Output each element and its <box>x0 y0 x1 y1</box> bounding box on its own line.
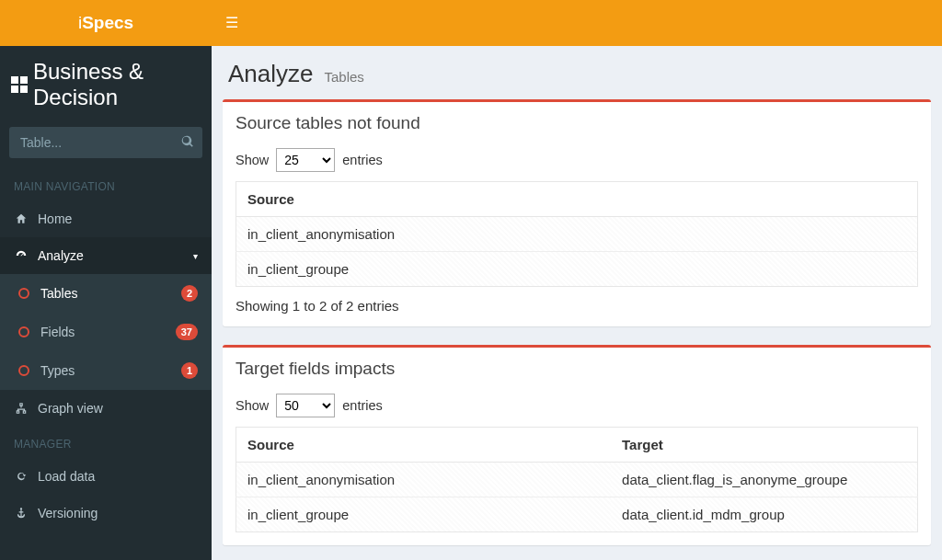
col-source[interactable]: Source <box>236 428 612 463</box>
app-logo-bold: Specs <box>82 13 133 33</box>
table-row[interactable]: in_client_anonymisation <box>236 217 918 252</box>
content: Analyze Tables Source tables not found S… <box>212 46 942 560</box>
page-size-select[interactable]: 25 <box>276 148 335 172</box>
badge-fields: 37 <box>176 324 198 340</box>
sidebar-item-label: Versioning <box>38 506 98 520</box>
show-label: Show <box>236 398 269 413</box>
brand-grid-icon <box>11 76 28 93</box>
hamburger-icon[interactable]: ☰ <box>225 16 238 30</box>
sidebar-item-home[interactable]: Home <box>0 200 212 237</box>
dashboard-icon <box>14 249 29 262</box>
refresh-icon <box>14 470 29 483</box>
cell-source: in_client_anonymisation <box>236 463 612 497</box>
ring-icon <box>17 288 31 299</box>
sidebar-submenu-analyze: Tables 2 Fields 37 Types 1 <box>0 274 212 390</box>
table-row[interactable]: in_client_anonymisation data_client.flag… <box>236 463 918 497</box>
table-target-impacts: Source Target in_client_anonymisation da… <box>236 427 918 532</box>
brand-text: Business & Decision <box>33 59 201 110</box>
cell-source: in_client_groupe <box>236 252 918 287</box>
anchor-icon <box>14 507 29 520</box>
page-subtitle: Tables <box>325 69 364 85</box>
sidebar-item-label: Load data <box>38 469 95 484</box>
sidebar-item-types[interactable]: Types 1 <box>0 351 212 390</box>
entries-label: entries <box>342 153 383 167</box>
search-box[interactable] <box>9 127 202 158</box>
search-icon[interactable] <box>181 135 194 151</box>
entries-selector: Show 25 entries <box>236 148 918 172</box>
nav-header-main: MAIN NAVIGATION <box>0 169 212 200</box>
search-input[interactable] <box>20 135 181 150</box>
box-title: Target fields impacts <box>236 359 918 379</box>
sidebar-item-versioning[interactable]: Versioning <box>0 495 212 531</box>
app-logo[interactable]: iSpecs <box>0 0 212 46</box>
table-info: Showing 1 to 2 of 2 entries <box>236 298 918 314</box>
topbar-main: ☰ <box>212 0 942 46</box>
cell-source: in_client_groupe <box>236 497 612 532</box>
brand: Business & Decision <box>0 46 212 120</box>
box-target-impacts: Target fields impacts Show 50 entries So… <box>223 345 931 545</box>
sidebar-item-label: Types <box>40 363 75 378</box>
box-title: Source tables not found <box>236 113 918 133</box>
chevron-down-icon: ▾ <box>193 251 198 261</box>
home-icon <box>14 212 29 225</box>
entries-selector: Show 50 entries <box>236 394 918 417</box>
sitemap-icon <box>14 402 29 415</box>
search-wrap <box>0 120 212 169</box>
sidebar-item-analyze[interactable]: Analyze ▾ <box>0 237 212 274</box>
table-source-not-found: Source in_client_anonymisation in_client… <box>236 181 918 287</box>
col-target[interactable]: Target <box>611 428 917 463</box>
cell-target: data_client.id_mdm_group <box>611 497 917 532</box>
sidebar-item-load[interactable]: Load data <box>0 458 212 495</box>
col-source[interactable]: Source <box>236 182 918 217</box>
cell-source: in_client_anonymisation <box>236 217 918 252</box>
page-size-select[interactable]: 50 <box>276 394 335 417</box>
page-title: Analyze <box>228 60 314 88</box>
show-label: Show <box>236 153 269 167</box>
sidebar-item-graph[interactable]: Graph view <box>0 390 212 427</box>
content-header: Analyze Tables <box>212 46 942 99</box>
badge-types: 1 <box>181 362 198 379</box>
topbar: iSpecs ☰ <box>0 0 942 46</box>
sidebar-item-label: Graph view <box>38 401 103 416</box>
cell-target: data_client.flag_is_anonyme_groupe <box>611 463 917 497</box>
sidebar-item-label: Analyze <box>38 248 84 263</box>
table-row[interactable]: in_client_groupe data_client.id_mdm_grou… <box>236 497 918 532</box>
nav-header-manager: MANAGER <box>0 427 212 458</box>
ring-icon <box>17 365 31 376</box>
sidebar-item-label: Tables <box>40 286 77 301</box>
box-source-not-found: Source tables not found Show 25 entries … <box>223 99 931 326</box>
badge-tables: 2 <box>181 285 198 302</box>
sidebar-item-fields[interactable]: Fields 37 <box>0 313 212 351</box>
sidebar-item-tables[interactable]: Tables 2 <box>0 274 212 313</box>
sidebar: Business & Decision MAIN NAVIGATION Home… <box>0 46 212 560</box>
ring-icon <box>17 326 31 337</box>
table-row[interactable]: in_client_groupe <box>236 252 918 287</box>
sidebar-item-label: Fields <box>40 325 75 339</box>
sidebar-item-label: Home <box>38 211 72 226</box>
entries-label: entries <box>342 398 383 413</box>
